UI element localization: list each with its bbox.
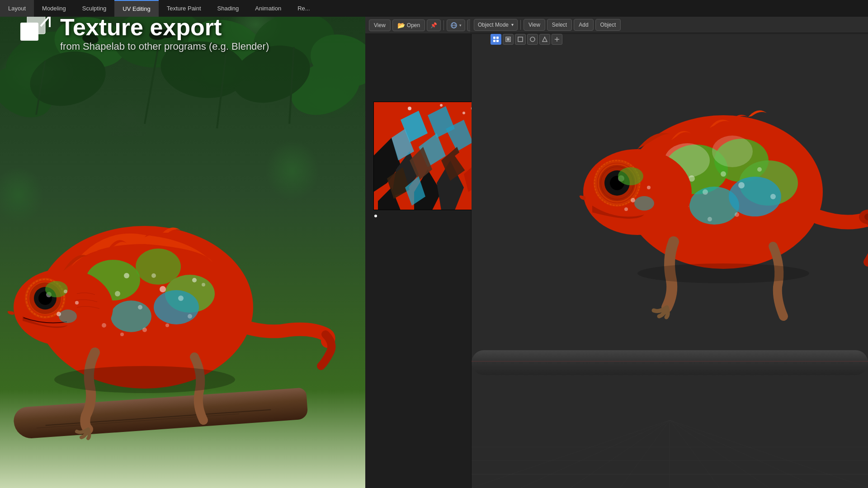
globe-icon — [450, 22, 458, 29]
vp-icon-3[interactable] — [515, 34, 526, 45]
svg-point-41 — [124, 273, 129, 278]
pin-icon: 📌 — [430, 22, 437, 28]
viewport-overlay-icons — [491, 34, 562, 45]
svg-point-43 — [192, 278, 197, 282]
svg-point-39 — [154, 290, 199, 324]
svg-point-38 — [111, 300, 151, 332]
view-btn-label: View — [528, 22, 540, 28]
folder-icon: 📂 — [397, 22, 405, 29]
open-button[interactable]: 📂 Open — [392, 19, 425, 31]
svg-point-66 — [188, 314, 192, 319]
svg-rect-11 — [518, 37, 523, 42]
right-panel — [365, 17, 868, 488]
svg-point-85 — [408, 107, 411, 110]
svg-line-102 — [620, 420, 670, 488]
svg-point-115 — [712, 136, 753, 167]
viewport-select-btn[interactable]: Select — [547, 19, 572, 31]
svg-point-59 — [151, 273, 156, 278]
svg-point-135 — [634, 196, 654, 211]
vp-icon-5[interactable] — [539, 34, 550, 45]
svg-point-56 — [64, 290, 67, 293]
viewport-view-btn[interactable]: View — [524, 19, 545, 31]
svg-point-63 — [120, 333, 124, 336]
chameleon-3d-svg — [579, 43, 868, 323]
page-title: Texture export — [60, 15, 269, 39]
svg-point-62 — [102, 323, 106, 328]
svg-rect-6 — [496, 37, 499, 39]
tab-sculpting[interactable]: Sculpting — [74, 0, 114, 17]
svg-line-106 — [670, 420, 819, 488]
sep1 — [443, 20, 444, 30]
svg-point-120 — [757, 167, 762, 172]
svg-point-57 — [115, 291, 120, 296]
svg-point-60 — [178, 296, 184, 301]
svg-point-121 — [770, 194, 776, 199]
svg-point-53 — [59, 310, 77, 323]
page-subtitle: from Shapelab to other programs (e.g. Bl… — [60, 41, 269, 52]
viewport-branch — [472, 350, 868, 375]
title-text-block: Texture export from Shapelab to other pr… — [60, 14, 269, 52]
vp-icon-2[interactable] — [503, 34, 514, 45]
svg-rect-8 — [496, 40, 499, 42]
svg-point-136 — [631, 198, 635, 202]
vp-icon-1[interactable] — [491, 34, 501, 45]
tab-layout[interactable]: Layout — [0, 0, 34, 17]
svg-point-86 — [440, 104, 443, 107]
sep3 — [520, 20, 521, 30]
svg-point-64 — [142, 328, 147, 332]
svg-line-107 — [670, 420, 868, 488]
pin-button[interactable]: 📌 — [427, 19, 441, 31]
svg-point-134 — [618, 167, 643, 185]
svg-point-67 — [54, 366, 235, 393]
sphere-button[interactable]: ▾ — [447, 19, 465, 31]
svg-point-118 — [721, 171, 726, 177]
chameleon-svg — [0, 136, 339, 465]
uv-map-svg — [373, 102, 482, 210]
object-mode-chevron: ▾ — [511, 22, 514, 27]
object-mode-dropdown[interactable]: Object Mode ▾ — [474, 19, 518, 31]
top-menubar: Layout Modeling Sculpting UV Editing Tex… — [0, 0, 868, 17]
tab-shading[interactable]: Shading — [209, 0, 247, 17]
tab-modeling[interactable]: Modeling — [34, 0, 74, 17]
svg-line-99 — [472, 420, 670, 488]
svg-point-52 — [45, 281, 68, 297]
tab-uv-editing[interactable]: UV Editing — [114, 0, 158, 17]
svg-point-123 — [708, 217, 712, 221]
svg-point-54 — [57, 312, 61, 316]
svg-point-141 — [637, 263, 809, 283]
viewport-toolbar: Object Mode ▾ View Select Add Object — [470, 17, 868, 33]
vp-icon-4[interactable] — [527, 34, 538, 45]
object-btn-label: Object — [600, 22, 616, 28]
uv-map-dot — [374, 215, 377, 217]
tab-animation[interactable]: Animation — [247, 0, 289, 17]
svg-point-119 — [738, 182, 745, 188]
viewport-object-btn[interactable]: Object — [595, 19, 621, 31]
view-button[interactable]: View — [369, 19, 391, 31]
svg-point-137 — [647, 186, 651, 189]
svg-line-105 — [670, 420, 769, 488]
open-label: Open — [407, 22, 420, 28]
svg-rect-10 — [507, 38, 509, 41]
svg-marker-13 — [542, 37, 547, 42]
svg-rect-5 — [493, 37, 495, 39]
svg-point-65 — [165, 324, 169, 327]
tab-texture-paint[interactable]: Texture Paint — [159, 0, 209, 17]
select-btn-label: Select — [552, 22, 567, 28]
svg-point-58 — [138, 305, 142, 310]
svg-point-61 — [202, 283, 205, 286]
svg-point-42 — [160, 286, 166, 292]
object-mode-label: Object Mode — [478, 22, 509, 28]
svg-line-101 — [571, 420, 670, 488]
viewport-3d — [472, 34, 868, 488]
tab-rendering[interactable]: Re... — [289, 0, 318, 17]
shapelab-logo — [18, 14, 52, 47]
svg-line-100 — [521, 420, 670, 488]
svg-point-12 — [530, 37, 535, 42]
svg-point-117 — [703, 189, 708, 195]
svg-point-122 — [735, 212, 739, 217]
vp-icon-6[interactable] — [552, 34, 562, 45]
viewport-add-btn[interactable]: Add — [574, 19, 593, 31]
svg-point-55 — [75, 301, 79, 305]
title-overlay: Texture export from Shapelab to other pr… — [18, 14, 269, 52]
workspace-tabs: Layout Modeling Sculpting UV Editing Tex… — [0, 0, 318, 17]
